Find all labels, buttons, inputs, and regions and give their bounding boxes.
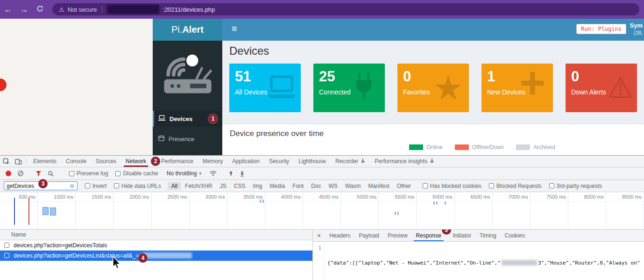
request-row-selected[interactable]: devices.php?action=getDevicesList&status… [0, 251, 312, 261]
detail-tab-payload[interactable]: Payload [355, 230, 383, 241]
response-body[interactable]: 1 {"data":[["laptop","Net - Huawei","Int… [313, 242, 644, 280]
filter-type-ws[interactable]: WS [325, 183, 341, 189]
filter-type-manifest[interactable]: Manifest [364, 183, 393, 189]
user-label-top[interactable]: Sym [630, 22, 643, 29]
search-icon[interactable] [48, 171, 54, 177]
card-new-devices[interactable]: 1 New Devices + [481, 64, 553, 112]
inspect-element-icon[interactable] [0, 156, 12, 167]
legend-item-offline[interactable]: Offline/Down [455, 144, 504, 151]
timeline-tick: 3000 ms [190, 192, 227, 229]
legend-item-online[interactable]: Online [409, 144, 443, 151]
mouse-cursor [111, 256, 121, 272]
checkbox[interactable] [4, 253, 9, 258]
request-dot [436, 201, 438, 205]
legend-swatch [516, 144, 530, 150]
detail-tab-timing[interactable]: Timing [475, 230, 501, 241]
page-viewport: Pi.Alert ≡ Run: Plugins Sym (28, [0, 19, 644, 155]
annotation-step-3: 3 [38, 179, 48, 188]
devtools-tab-sources[interactable]: Sources [91, 156, 121, 167]
detail-tab-preview[interactable]: Preview [383, 230, 412, 241]
invert-checkbox[interactable]: Invert [85, 183, 106, 189]
refresh-icon[interactable] [32, 0, 48, 19]
card-down-alerts[interactable]: 0 Down Alerts ⚠ [566, 64, 637, 112]
hamburger-icon[interactable]: ≡ [232, 23, 237, 34]
filter-icon[interactable] [35, 171, 42, 177]
devtools-tab-security[interactable]: Security [264, 156, 294, 167]
detail-tab-headers[interactable]: Headers [325, 230, 354, 241]
request-list-header[interactable]: Name [0, 230, 312, 240]
laptop-icon [158, 115, 165, 122]
devtools-tab-application[interactable]: Application [227, 156, 264, 167]
checkbox[interactable] [423, 183, 428, 188]
disable-cache-checkbox[interactable]: Disable cache [115, 170, 158, 177]
request-list: Name devices.php?action=getDevicesTotals… [0, 230, 313, 280]
clear-filter-icon[interactable]: ⊗ [70, 182, 75, 189]
filter-type-font[interactable]: Font [289, 183, 307, 189]
blocked-requests-checkbox[interactable]: Blocked Requests [489, 183, 542, 189]
devtools-tab-memory[interactable]: Memory [198, 156, 227, 167]
device-toolbar-icon[interactable] [12, 156, 24, 167]
card-all-devices[interactable]: 51 All Devices [229, 64, 301, 112]
filter-type-css[interactable]: CSS [230, 183, 249, 189]
plug-icon [350, 71, 377, 102]
name-column-header[interactable]: Name [11, 231, 26, 238]
filter-type-wasm[interactable]: Wasm [341, 183, 365, 189]
request-block[interactable] [42, 207, 49, 215]
sidebar-item-presence[interactable]: Presence [153, 131, 222, 147]
stat-cards: 51 All Devices 25 Connected [229, 64, 637, 112]
record-button[interactable] [6, 171, 11, 176]
app-logo[interactable]: Pi.Alert [153, 19, 222, 41]
run-plugins-button[interactable]: Run: Plugins [576, 24, 626, 34]
pialert-app: Pi.Alert ≡ Run: Plugins Sym (28, [153, 19, 644, 155]
detail-tab-cookies[interactable]: Cookies [501, 230, 529, 241]
has-blocked-cookies-checkbox[interactable]: Has blocked cookies [423, 183, 481, 189]
checkbox[interactable] [85, 183, 90, 188]
security-label: Not secure [68, 6, 97, 13]
filter-type-other[interactable]: Other [393, 183, 415, 189]
devtools-tab-console[interactable]: Console [61, 156, 91, 167]
not-secure-warning-icon: ⚠ [59, 6, 64, 13]
devtools-tab-performance-insights[interactable]: Performance insights [370, 156, 439, 167]
checkbox-label: Preserve log [77, 170, 108, 177]
filter-type-doc[interactable]: Doc [307, 183, 325, 189]
export-har-icon[interactable] [240, 171, 245, 177]
filter-type-all[interactable]: All [168, 182, 181, 190]
filter-type-media[interactable]: Media [266, 183, 289, 189]
card-connected[interactable]: 25 Connected [313, 64, 385, 112]
timeline-ruler-separator [0, 201, 644, 202]
network-overview-timeline: 500 ms 1000 ms 1500 ms 2000 ms 2500 ms 3… [0, 192, 644, 230]
sidebar-item-devices[interactable]: Devices 1 [153, 111, 222, 127]
clear-icon[interactable] [17, 170, 24, 177]
devtools-tab-elements[interactable]: Elements [28, 156, 61, 167]
filter-type-img[interactable]: Img [249, 183, 266, 189]
devtools-tab-recorder[interactable]: Recorder [331, 156, 370, 167]
forward-icon[interactable]: → [16, 0, 32, 19]
filter-type-js[interactable]: JS [216, 183, 230, 189]
checkbox[interactable] [549, 183, 554, 188]
throttling-dropdown[interactable]: No throttling ▾ [167, 170, 201, 177]
legend-item-archived[interactable]: Archived [516, 144, 555, 151]
request-block[interactable] [50, 208, 56, 215]
import-har-icon[interactable] [228, 171, 234, 177]
close-icon[interactable]: × [313, 232, 325, 239]
card-favorites[interactable]: 0 Favorites ★ [397, 64, 469, 112]
preserve-log-checkbox[interactable]: Preserve log [69, 170, 108, 177]
filter-type-fetch-xhr[interactable]: Fetch/XHR [181, 183, 216, 189]
checkbox[interactable] [69, 171, 74, 176]
checkbox[interactable] [489, 183, 494, 188]
timeline-tick: 4500 ms [303, 192, 341, 229]
presence-panel: Device presence over time Online Offline… [222, 124, 644, 155]
network-conditions-icon[interactable] [210, 171, 217, 176]
detail-tab-response[interactable]: Response 5 [412, 230, 446, 241]
third-party-requests-checkbox[interactable]: 3rd-party requests [549, 183, 602, 189]
checkbox[interactable] [115, 171, 120, 176]
hide-data-urls-checkbox[interactable]: Hide data URLs [114, 183, 161, 189]
back-icon[interactable]: ← [0, 0, 16, 19]
devtools-tab-lighthouse[interactable]: Lighthouse [294, 156, 331, 167]
sidebar-item-label: Presence [169, 136, 194, 143]
address-bar[interactable]: ⚠ Not secure :20211/devices.php [52, 3, 639, 15]
devtools-tab-network[interactable]: Network 2 [121, 156, 151, 167]
request-row[interactable]: devices.php?action=getDevicesTotals [0, 240, 312, 251]
checkbox[interactable] [114, 183, 119, 188]
checkbox[interactable] [4, 243, 9, 248]
